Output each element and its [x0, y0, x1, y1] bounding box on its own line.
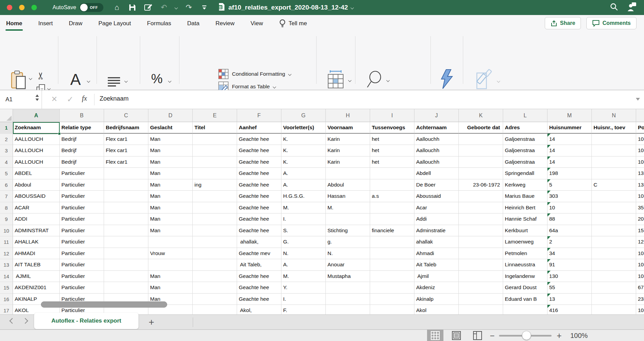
alignment-chevron-icon[interactable]: [125, 79, 128, 83]
cell[interactable]: Adres: [503, 122, 547, 134]
cell[interactable]: [459, 225, 503, 237]
cell[interactable]: 64a: [547, 225, 592, 237]
cell[interactable]: Akol,: [237, 305, 281, 314]
column-header[interactable]: L: [503, 109, 547, 122]
cell[interactable]: [459, 145, 503, 157]
cells-chevron-icon[interactable]: [348, 79, 352, 82]
cell[interactable]: 10: [547, 202, 592, 214]
cell[interactable]: 10: [636, 191, 644, 202]
cell[interactable]: Particulier: [60, 248, 104, 260]
next-sheet-icon[interactable]: [23, 318, 28, 324]
number-chevron-icon[interactable]: [168, 79, 172, 83]
cell[interactable]: Relatie type: [60, 122, 104, 134]
cell[interactable]: [193, 271, 237, 282]
cell[interactable]: Particulier: [60, 168, 104, 179]
cell[interactable]: A.: [281, 168, 326, 179]
row-header[interactable]: 8: [0, 202, 13, 214]
cell[interactable]: [104, 168, 148, 179]
cell[interactable]: Man: [148, 202, 193, 214]
cell[interactable]: Anouar: [326, 259, 370, 271]
cell[interactable]: ABOUSSAID: [13, 191, 60, 202]
cell[interactable]: AALLOUCH: [13, 157, 60, 168]
cell[interactable]: ABDEL: [13, 168, 60, 179]
cell[interactable]: Geachte hee: [237, 282, 281, 294]
cell[interactable]: F.: [281, 305, 326, 314]
cell[interactable]: 12: [636, 236, 644, 248]
number-format-icon[interactable]: %: [151, 72, 163, 86]
row-header[interactable]: 13: [0, 259, 13, 271]
cell[interactable]: Mustapha: [326, 271, 370, 282]
row-header[interactable]: 15: [0, 282, 13, 294]
page-break-view-button[interactable]: [469, 330, 486, 341]
select-all-corner[interactable]: [0, 109, 13, 122]
cell[interactable]: 10: [636, 271, 644, 282]
cell[interactable]: [592, 213, 636, 225]
cell[interactable]: [370, 294, 414, 305]
column-header[interactable]: G: [281, 109, 326, 122]
cell[interactable]: [370, 282, 414, 294]
account-icon[interactable]: [627, 2, 636, 13]
cell[interactable]: 303: [547, 191, 592, 202]
cell[interactable]: S.: [281, 225, 326, 237]
cell[interactable]: Geachte hee: [237, 271, 281, 282]
cell[interactable]: [193, 236, 237, 248]
cell[interactable]: financiele: [370, 225, 414, 237]
editing-icon[interactable]: [366, 70, 383, 90]
cell[interactable]: Karin: [326, 157, 370, 168]
cell[interactable]: 10: [636, 145, 644, 157]
column-header[interactable]: M: [547, 109, 592, 122]
column-header[interactable]: J: [414, 109, 459, 122]
cell[interactable]: [459, 294, 503, 305]
cell[interactable]: [370, 259, 414, 271]
tab-view[interactable]: View: [250, 15, 263, 32]
cell[interactable]: 130: [547, 271, 592, 282]
cell[interactable]: [370, 179, 414, 191]
cell[interactable]: [193, 248, 237, 260]
column-header[interactable]: E: [193, 109, 237, 122]
cell[interactable]: Geachte hee: [237, 294, 281, 305]
cell[interactable]: het: [370, 145, 414, 157]
cell[interactable]: Ajmil: [414, 271, 459, 282]
formula-bar-expand-icon[interactable]: [636, 98, 640, 101]
cell[interactable]: [459, 248, 503, 260]
conditional-formatting-button[interactable]: Conditional Formatting: [218, 69, 291, 79]
cell[interactable]: [459, 202, 503, 214]
cell[interactable]: 15: [636, 225, 644, 237]
cell[interactable]: [459, 213, 503, 225]
cell[interactable]: Particulier: [60, 282, 104, 294]
cell[interactable]: Bedrijf: [60, 157, 104, 168]
cell[interactable]: [104, 179, 148, 191]
ideas-icon[interactable]: [439, 69, 454, 91]
cell[interactable]: Particulier: [60, 213, 104, 225]
enter-icon[interactable]: ✓: [67, 95, 73, 104]
cell[interactable]: [592, 271, 636, 282]
cell[interactable]: Geslacht: [148, 122, 193, 134]
paste-chevron-icon[interactable]: [29, 77, 32, 80]
cell[interactable]: 35: [636, 202, 644, 214]
copy-chevron-icon[interactable]: [47, 87, 51, 90]
cell[interactable]: Man: [148, 271, 193, 282]
cell[interactable]: [592, 305, 636, 314]
cell[interactable]: Y.: [281, 282, 326, 294]
cell[interactable]: AJMIL: [13, 271, 60, 282]
cell[interactable]: [459, 259, 503, 271]
cell[interactable]: AHALLAK: [13, 236, 60, 248]
search-icon[interactable]: [610, 3, 618, 12]
cell[interactable]: Particulier: [60, 236, 104, 248]
cell[interactable]: Marius Baue: [503, 191, 547, 202]
cell[interactable]: Man: [148, 213, 193, 225]
cell[interactable]: [503, 305, 547, 314]
cell[interactable]: Abdoul: [326, 179, 370, 191]
cell[interactable]: [459, 134, 503, 145]
cell[interactable]: [459, 305, 503, 314]
name-box-spinner[interactable]: [35, 94, 39, 101]
cell[interactable]: 13: [636, 168, 644, 179]
cell[interactable]: [193, 259, 237, 271]
cell[interactable]: Gerard Doust: [503, 282, 547, 294]
column-header[interactable]: F: [237, 109, 281, 122]
cell[interactable]: [193, 168, 237, 179]
cell[interactable]: 23: [636, 294, 644, 305]
cell[interactable]: Geachte hee: [237, 191, 281, 202]
cell[interactable]: AHMADI: [13, 248, 60, 260]
cell[interactable]: 5: [547, 179, 592, 191]
